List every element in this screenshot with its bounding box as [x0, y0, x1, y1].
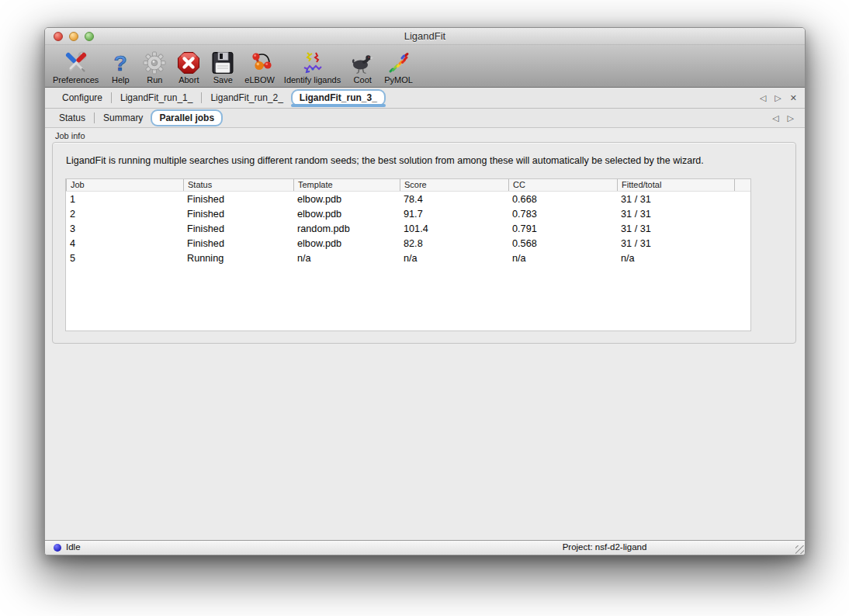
- elbow-button[interactable]: eLBOW: [240, 50, 279, 85]
- column-header-status[interactable]: Status: [183, 179, 293, 191]
- tab-configure[interactable]: Configure: [54, 91, 110, 105]
- job-info-group-label: Job info: [55, 131, 85, 140]
- column-header-score[interactable]: Score: [400, 179, 508, 191]
- tab-scroll-left-icon[interactable]: ◁: [772, 114, 778, 123]
- toolbar-item-label: Abort: [178, 75, 199, 85]
- tab-scroll-right-icon[interactable]: ▷: [788, 114, 794, 123]
- abort-button[interactable]: Abort: [172, 50, 206, 85]
- table-row[interactable]: 4 Finished elbow.pdb 82.8 0.568 31 / 31: [66, 236, 750, 251]
- ligandfit-window: LigandFit Preferences ?: [44, 27, 806, 555]
- cell-fitted-total: n/a: [617, 253, 734, 264]
- cell-job: 3: [66, 223, 183, 234]
- cell-fitted-total: 31 / 31: [617, 194, 734, 205]
- toolbar-item-label: PyMOL: [384, 75, 413, 85]
- cell-job: 5: [66, 253, 183, 264]
- cell-status: Finished: [183, 194, 293, 205]
- job-info-description: LigandFit is running multiple searches u…: [66, 155, 704, 166]
- main-tab-bar: Configure LigandFit_run_1_ LigandFit_run…: [45, 88, 805, 109]
- toolbar-item-label: Coot: [354, 75, 372, 85]
- run-button[interactable]: Run: [137, 50, 172, 85]
- cell-status: Running: [183, 253, 293, 264]
- toolbar-item-label: Run: [147, 75, 162, 85]
- table-row[interactable]: 1 Finished elbow.pdb 78.4 0.668 31 / 31: [66, 192, 750, 206]
- cell-fitted-total: 31 / 31: [617, 223, 734, 234]
- cell-score: n/a: [400, 253, 508, 264]
- svg-text:?: ?: [114, 51, 127, 75]
- toolbar-item-label: Help: [112, 75, 130, 85]
- table-row[interactable]: 5 Running n/a n/a n/a n/a: [66, 251, 750, 265]
- tab-ligandfit-run-2[interactable]: LigandFit_run_2_: [203, 91, 290, 105]
- stop-icon: [176, 50, 201, 75]
- cell-score: 91.7: [400, 209, 508, 220]
- project-label: Project: nsf-d2-ligand: [563, 542, 647, 552]
- cell-cc: 0.668: [508, 194, 617, 205]
- helix-icon: [386, 50, 411, 75]
- tab-separator: [201, 92, 202, 103]
- cell-template: elbow.pdb: [293, 209, 400, 220]
- cell-fitted-total: 31 / 31: [617, 238, 734, 249]
- table-row[interactable]: 3 Finished random.pdb 101.4 0.791 31 / 3…: [66, 221, 750, 236]
- title-bar[interactable]: LigandFit: [45, 28, 805, 45]
- column-header-template[interactable]: Template: [293, 179, 400, 191]
- cell-score: 78.4: [400, 194, 508, 205]
- status-text: Idle: [66, 542, 81, 552]
- status-bar: Idle Project: nsf-d2-ligand: [45, 540, 805, 555]
- cell-job: 1: [66, 194, 183, 205]
- column-header-fitted-total[interactable]: Fitted/total: [617, 179, 734, 191]
- tab-ligandfit-run-3[interactable]: LigandFit_run_3_: [291, 89, 386, 106]
- preferences-button[interactable]: Preferences: [48, 50, 103, 85]
- tools-icon: [64, 50, 88, 75]
- table-row[interactable]: 2 Finished elbow.pdb 91.7 0.783 31 / 31: [66, 206, 750, 221]
- cell-score: 82.8: [400, 238, 508, 249]
- cell-score: 101.4: [400, 223, 508, 234]
- save-button[interactable]: Save: [206, 50, 240, 85]
- tab-status[interactable]: Status: [51, 111, 93, 125]
- cell-fitted-total: 31 / 31: [617, 209, 734, 220]
- cell-job: 2: [66, 209, 183, 220]
- molecule-icon: [248, 50, 272, 75]
- cell-status: Finished: [183, 238, 293, 249]
- cell-cc: 0.568: [508, 238, 617, 249]
- column-header-spacer: [734, 179, 750, 191]
- bird-icon: [350, 50, 375, 75]
- toolbar-item-label: Preferences: [53, 75, 99, 85]
- status-indicator-icon: [54, 544, 61, 552]
- toolbar-item-label: eLBOW: [244, 75, 275, 85]
- tab-parallel-jobs[interactable]: Parallel jobs: [151, 109, 223, 126]
- help-button[interactable]: ? Help: [103, 50, 137, 85]
- cell-template: elbow.pdb: [293, 238, 400, 249]
- floppy-icon: [210, 50, 235, 75]
- cell-template: elbow.pdb: [293, 194, 400, 205]
- cell-status: Finished: [183, 223, 293, 234]
- tab-separator: [111, 92, 112, 103]
- window-title: LigandFit: [45, 30, 805, 42]
- cell-cc: 0.791: [508, 223, 617, 234]
- column-header-cc[interactable]: CC: [508, 179, 617, 191]
- tab-ligandfit-run-1[interactable]: LigandFit_run_1_: [113, 91, 200, 105]
- toolbar-item-label: Save: [213, 75, 233, 85]
- tab-close-icon[interactable]: ✕: [790, 94, 797, 102]
- pymol-button[interactable]: PyMOL: [379, 50, 418, 85]
- tab-scroll-left-icon[interactable]: ◁: [760, 94, 766, 102]
- cell-template: n/a: [293, 253, 400, 264]
- cell-template: random.pdb: [293, 223, 400, 234]
- column-header-job[interactable]: Job: [66, 179, 183, 191]
- cell-job: 4: [66, 238, 183, 249]
- main-tab-nav: ◁ ▷ ✕: [760, 88, 797, 108]
- resize-grip[interactable]: [795, 545, 804, 554]
- tab-separator: [94, 112, 95, 123]
- parallel-jobs-panel: Job info LigandFit is running multiple s…: [45, 128, 805, 540]
- sub-tab-nav: ◁ ▷: [772, 109, 794, 127]
- cell-cc: n/a: [508, 253, 617, 264]
- identify-ligands-button[interactable]: Identify ligands: [279, 50, 345, 85]
- toolbar-item-label: Identify ligands: [284, 75, 341, 85]
- gear-icon: [142, 50, 167, 75]
- tab-summary[interactable]: Summary: [95, 111, 151, 125]
- coot-button[interactable]: Coot: [345, 50, 379, 85]
- sub-tab-bar: Status Summary Parallel jobs ◁ ▷: [45, 109, 805, 128]
- jobs-table: Job Status Template Score CC Fitted/tota…: [65, 178, 751, 331]
- tab-scroll-right-icon[interactable]: ▷: [774, 94, 781, 102]
- toolbar: Preferences ? Help: [45, 45, 805, 88]
- ligands-icon: [300, 50, 325, 75]
- jobs-table-header: Job Status Template Score CC Fitted/tota…: [66, 179, 750, 192]
